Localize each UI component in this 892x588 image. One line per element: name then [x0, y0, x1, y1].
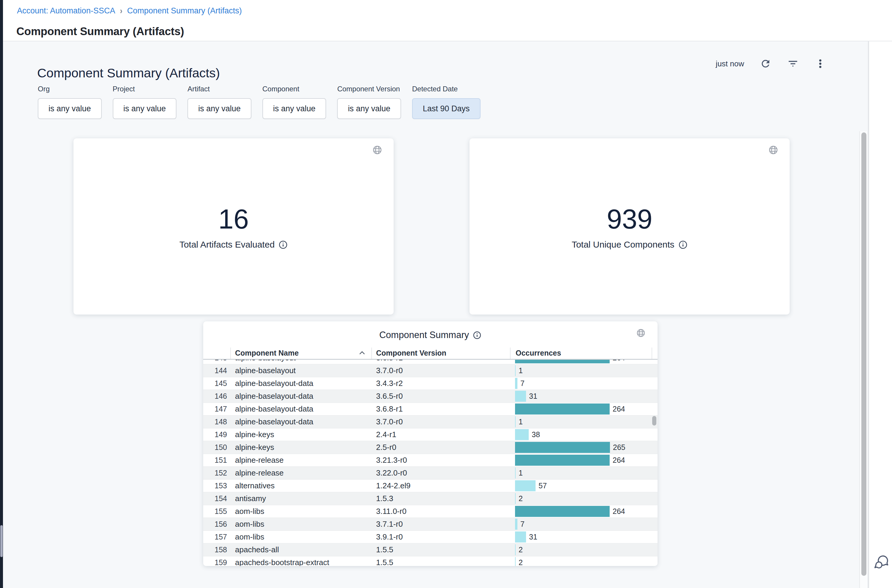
occurrence-bar[interactable] [515, 391, 526, 402]
occurrence-bar[interactable] [515, 531, 526, 543]
filter-label: Component Version [337, 85, 401, 93]
table-row: 152alpine-release3.22.0-r01 [203, 467, 658, 480]
table-row: 150alpine-keys2.5-r0265 [203, 441, 658, 454]
filter-value-button[interactable]: is any value [38, 98, 102, 119]
chat-bubbles-icon [873, 553, 891, 570]
occurrence-bar[interactable] [515, 429, 529, 440]
component-version-cell: 3.6.5-r0 [376, 390, 403, 402]
info-icon[interactable] [279, 240, 288, 249]
row-number: 149 [203, 429, 227, 441]
occurrence-value: 264 [613, 505, 625, 518]
component-name-cell: alpine-baselayout [235, 360, 296, 364]
component-name-cell: alpine-keys [235, 441, 274, 453]
table-scrollbar-thumb[interactable] [652, 416, 657, 426]
occurrence-value: 2 [519, 544, 523, 556]
globe-icon [636, 328, 646, 338]
table-title: Component Summary [379, 330, 469, 340]
component-summary-tile: Component Summary Component Name [203, 321, 658, 566]
dashboard-more-menu-button[interactable] [814, 58, 826, 70]
occurrence-value: 1 [519, 364, 523, 377]
component-name-cell: alpine-release [235, 454, 283, 466]
table-title-row: Component Summary [203, 330, 658, 340]
filter-value-button[interactable]: is any value [337, 98, 401, 119]
info-icon[interactable] [473, 331, 481, 339]
table-body: 143alpine-baselayout3.6.8-r1264144alpine… [203, 360, 658, 566]
breadcrumb: Account: Automation-SSCA › Component Sum… [17, 6, 242, 15]
column-header-occurrences[interactable]: Occurrences [516, 349, 561, 357]
component-name-cell: alpine-keys [235, 429, 274, 441]
table-row: 146alpine-baselayout-data3.6.5-r031 [203, 390, 658, 403]
occurrence-bar[interactable] [515, 404, 610, 414]
tile-globe-button[interactable] [372, 145, 382, 155]
occurrence-bar[interactable] [515, 519, 517, 530]
left-nav-scrollbar-thumb[interactable] [0, 525, 3, 557]
filter-group-detected-date: Detected DateLast 90 Days [412, 85, 481, 119]
component-name-cell: alpine-baselayout [235, 364, 296, 377]
component-name-cell: alpine-baselayout-data [235, 390, 313, 402]
tile-globe-button[interactable] [636, 328, 646, 338]
filter-group-component: Componentis any value [262, 85, 327, 119]
table-row: 159apacheds-bootstrap-extract1.5.52 [203, 556, 658, 566]
occurrence-bar[interactable] [515, 365, 516, 376]
row-number: 146 [203, 390, 227, 402]
occurrence-bar[interactable] [515, 455, 610, 466]
occurrence-bar[interactable] [515, 493, 516, 504]
component-name-cell: aom-libs [235, 518, 264, 530]
breadcrumb-current-link[interactable]: Component Summary (Artifacts) [127, 6, 242, 15]
component-name-cell: alternatives [235, 480, 274, 492]
filter-group-project: Projectis any value [113, 85, 177, 119]
column-header-component-name[interactable]: Component Name [235, 349, 299, 357]
occurrence-value: 1 [519, 467, 523, 479]
filter-icon [787, 58, 799, 69]
right-gutter [868, 0, 892, 588]
last-refreshed-text: just now [716, 59, 744, 69]
filter-value-button[interactable]: Last 90 Days [412, 98, 481, 119]
row-number: 157 [203, 531, 227, 543]
occurrence-bar[interactable] [515, 480, 535, 491]
filter-label: Project [113, 85, 177, 93]
left-nav-edge [0, 0, 3, 588]
globe-icon [372, 145, 382, 155]
row-number: 144 [203, 364, 227, 377]
occurrence-bar[interactable] [515, 544, 516, 555]
page-scrollbar-thumb[interactable] [861, 132, 867, 576]
table-row: 147alpine-baselayout-data3.6.8-r1264 [203, 403, 658, 416]
occurrence-bar[interactable] [515, 378, 517, 389]
column-header-component-version[interactable]: Component Version [376, 349, 446, 357]
filter-value-button[interactable]: is any value [262, 98, 327, 119]
help-chat-button[interactable] [873, 553, 891, 571]
occurrence-value: 7 [520, 377, 525, 390]
component-version-cell: 1.5.5 [376, 544, 393, 556]
occurrence-value: 265 [613, 441, 625, 453]
occurrence-value: 7 [520, 518, 525, 530]
occurrence-bar[interactable] [515, 468, 516, 478]
breadcrumb-account-link[interactable]: Account: Automation-SSCA [17, 6, 115, 15]
globe-icon [768, 145, 778, 155]
occurrence-bar[interactable] [515, 442, 610, 453]
occurrence-value: 38 [532, 429, 540, 441]
filter-toggle-button[interactable] [787, 58, 799, 70]
row-number: 159 [203, 556, 227, 566]
filter-group-component-version: Component Versionis any value [337, 85, 401, 119]
filter-value-button[interactable]: is any value [113, 98, 177, 119]
refresh-button[interactable] [760, 58, 772, 70]
component-version-cell: 2.5-r0 [376, 441, 396, 453]
occurrence-bar[interactable] [515, 360, 610, 363]
component-name-cell: alpine-release [235, 467, 283, 479]
filter-value-button[interactable]: is any value [187, 98, 252, 119]
stat-tile-1: 939Total Unique Components [469, 138, 790, 315]
stat-tile-0: 16Total Artifacts Evaluated [73, 138, 394, 315]
tile-globe-button[interactable] [768, 145, 778, 155]
top-header: Account: Automation-SSCA › Component Sum… [3, 0, 892, 41]
refresh-icon [760, 58, 771, 69]
row-number: 153 [203, 480, 227, 492]
row-number: 143 [203, 360, 227, 364]
info-icon[interactable] [678, 240, 688, 249]
occurrence-value: 31 [529, 390, 537, 402]
filter-bar: Orgis any valueProjectis any valueArtifa… [38, 85, 481, 119]
component-version-cell: 3.21.3-r0 [376, 454, 407, 466]
occurrence-bar[interactable] [515, 557, 516, 566]
occurrence-bar[interactable] [515, 506, 610, 517]
occurrence-bar[interactable] [515, 416, 516, 427]
component-name-cell: aom-libs [235, 531, 264, 543]
